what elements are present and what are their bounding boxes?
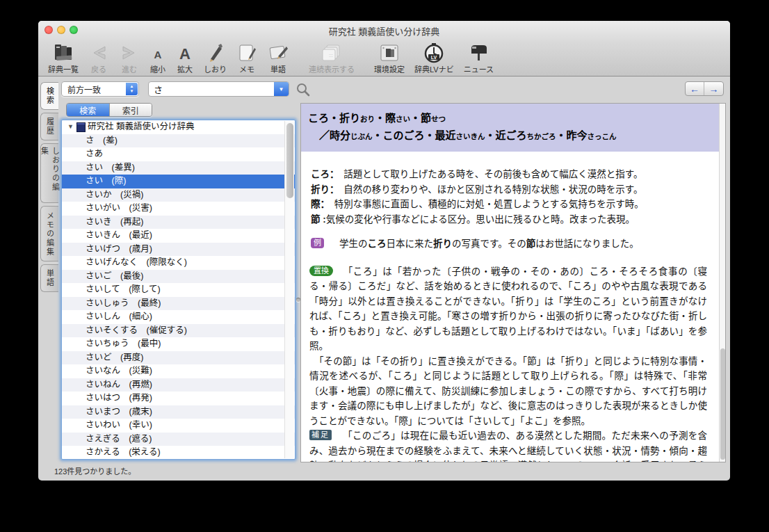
definition-line: ころ： 話題として取り上げたある時を、その前後も含めて幅広く漠然と指す。 [311, 167, 707, 182]
toolbar-memo[interactable]: メモ [232, 39, 262, 75]
list-item[interactable]: さいしゅう (最終) [62, 297, 295, 311]
toolbar-news[interactable]: ニュース [459, 39, 499, 75]
segment-index[interactable]: 索引 [110, 104, 152, 116]
side-tab-words[interactable]: 単語 [40, 264, 58, 292]
entry-scrollbar-thumb[interactable] [720, 348, 725, 460]
svg-text::::: ::: [329, 53, 333, 58]
entry-headword-line2: ／時分じぶん・このごろ・最近さいきん・近ごろちかごろ・昨今さっこん [308, 127, 717, 145]
list-item[interactable]: さいしん (細心) [62, 310, 295, 324]
select-stepper-icon: ▲▼ [126, 83, 138, 95]
toolbar-label: 辞典一覧 [48, 65, 79, 75]
svg-text:A: A [154, 49, 162, 61]
disclosure-triangle-icon[interactable]: ▼ [67, 120, 74, 134]
font-enlarge-icon: A [176, 41, 194, 65]
list-item[interactable]: さいがい (災害) [62, 202, 295, 216]
svg-text:LV: LV [431, 55, 437, 60]
list-mode-segment: 検索 索引 [66, 103, 152, 117]
search-button[interactable] [296, 82, 311, 97]
segment-search[interactable]: 検索 [67, 104, 110, 116]
entry-scrollbar[interactable] [719, 104, 725, 462]
memo-pad-icon [236, 41, 257, 65]
font-shrink-icon: A [149, 41, 166, 65]
definition-line: 折り： 自然の移り変わりや、ほかと区別される特別な状態・状況の時を示す。 [311, 182, 707, 198]
toolbar-preferences[interactable]: 環境設定 [369, 39, 410, 75]
toolbar-label: 環境設定 [374, 65, 405, 75]
word-list: ▼ 研究社 類義語使い分け辞典 さ (差)さあさい (差異)さい (際)さいか … [61, 120, 296, 460]
search-input[interactable] [148, 81, 289, 97]
toolbar-forward: 進む [114, 39, 145, 75]
list-item[interactable]: さ (差) [62, 134, 295, 148]
list-item[interactable]: さいき (再起) [62, 216, 295, 229]
match-mode-select[interactable]: 前方一致 ▲▼ [61, 81, 139, 97]
list-item[interactable]: さいねん (再燃) [62, 378, 295, 392]
toolbar-label: 辞典LVナビ [414, 65, 454, 75]
list-item[interactable]: さいちゅう (最中) [62, 337, 295, 351]
toolbar-shrink-font[interactable]: A 縮小 [145, 39, 171, 75]
toolbar-word[interactable]: 単語 [262, 39, 294, 75]
list-item[interactable]: さいまつ (歳末) [62, 405, 295, 419]
magnifier-icon [296, 82, 311, 97]
list-item[interactable]: さい (差異) [62, 161, 295, 175]
list-item[interactable]: さいげんなく (際限なく) [62, 256, 295, 270]
list-item[interactable]: さいご (最後) [62, 270, 295, 284]
entry-header: ころ・折りおり・際さい・節せつ ／時分じぶん・このごろ・最近さいきん・近ごろちか… [301, 104, 725, 152]
side-tab-memo-edit[interactable]: メモの編集 [40, 206, 58, 261]
toolbar-label: 連続表示する [309, 65, 355, 75]
toolbar-label: 拡大 [177, 65, 193, 75]
list-item[interactable]: さい (際) [62, 175, 295, 188]
tree-root-row[interactable]: ▼ 研究社 類義語使い分け辞典 [62, 120, 295, 134]
combo-dropdown-button[interactable]: ▼ [274, 82, 289, 96]
toolbar-enlarge-font[interactable]: A 拡大 [171, 39, 199, 75]
entry-back-button[interactable]: ← [686, 82, 704, 95]
toolbar-continuous-view: ::: 連続表示する [304, 39, 359, 75]
side-tab-bookmark-edit[interactable]: しおりの編集 [40, 143, 58, 203]
list-item[interactable]: さいわい (幸い) [62, 419, 295, 433]
list-item[interactable]: さえぎる (遮る) [62, 433, 295, 446]
dictionary-book-icon [76, 122, 86, 132]
forward-arrow-icon [119, 41, 140, 65]
status-text: 123件見つかりました。 [54, 465, 136, 476]
toolbar-dictionary-list[interactable]: 辞典一覧 [43, 39, 83, 75]
list-item[interactable]: さあ [62, 147, 295, 161]
news-mailbox-icon [467, 41, 489, 65]
entry-body: ころ： 話題として取り上げたある時を、その前後も含めて幅広く漠然と指す。 折り：… [301, 152, 725, 462]
list-item[interactable]: さかえる (栄える) [62, 446, 295, 460]
toolbar-lv-navi[interactable]: LV 辞典LVナビ [410, 39, 459, 75]
list-item[interactable]: さいど (再度) [62, 351, 295, 365]
toolbar-back: 戻る [83, 39, 114, 75]
entry-forward-button[interactable]: → [704, 82, 723, 95]
list-item[interactable]: さいはつ (再発) [62, 392, 295, 405]
toolbar-label: ニュース [464, 65, 494, 75]
search-combo: ▼ [148, 81, 289, 97]
list-item[interactable]: さいそくする (催促する) [62, 324, 295, 338]
chevron-down-icon: ▼ [279, 86, 284, 92]
bookmark-pen-icon [205, 41, 226, 65]
blue-left-arrow-icon: ← [690, 83, 699, 95]
list-item[interactable]: さいして (際して) [62, 283, 295, 297]
dictionary-list-icon [52, 41, 74, 65]
toolbar-label: 縮小 [150, 65, 165, 75]
continuous-view-icon: ::: [320, 41, 343, 65]
toolbar-label: 単語 [270, 65, 286, 75]
blue-right-arrow-icon: → [709, 83, 719, 95]
example-line: 例学生のころ日本に来た折りの写真です。その節はお世話になりました。 [311, 236, 707, 252]
entry-headword-line1: ころ・折りおり・際さい・節せつ [308, 110, 717, 127]
note-badge: 補足 [309, 430, 332, 440]
svg-text:A: A [179, 45, 191, 63]
side-tab-search[interactable]: 検索 [40, 82, 58, 110]
list-scrollbar-thumb[interactable] [286, 123, 293, 198]
side-tab-history[interactable]: 履歴 [40, 113, 58, 140]
toolbar-bookmark[interactable]: しおり [199, 39, 232, 75]
list-item[interactable]: さいか (災禍) [62, 188, 295, 202]
window-title: 研究社 類義語使い分け辞典 [38, 24, 730, 38]
list-item[interactable]: さいきん (最近) [62, 229, 295, 243]
definition-list: ころ： 話題として取り上げたある時を、その前後も含めて幅広く漠然と指す。 折り：… [311, 167, 707, 227]
list-item[interactable]: さいげつ (歳月) [62, 243, 295, 257]
list-item[interactable]: さいなん (災難) [62, 364, 295, 378]
preferences-icon [379, 41, 400, 65]
back-arrow-icon [88, 41, 109, 65]
tree-root-label: 研究社 類義語使い分け辞典 [88, 120, 194, 134]
toolbar-label: 戻る [91, 65, 106, 75]
word-note-icon [267, 41, 289, 65]
list-scrollbar[interactable] [284, 121, 294, 458]
